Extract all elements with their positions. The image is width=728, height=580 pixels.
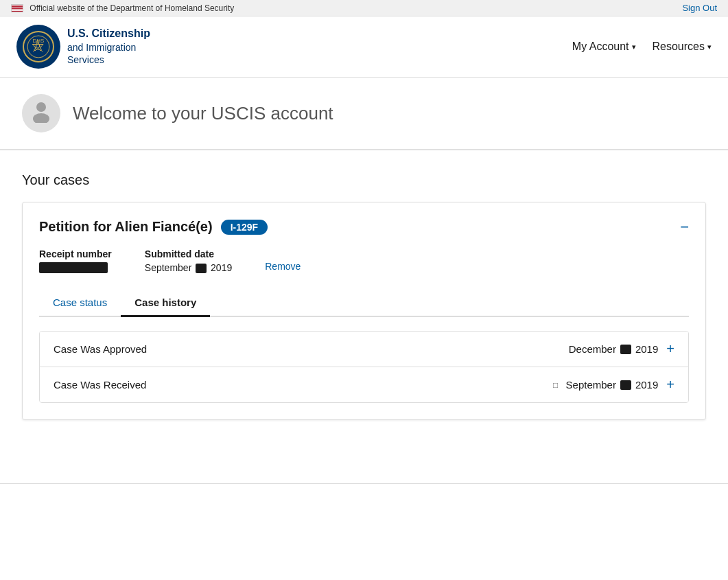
resources-label: Resources — [653, 40, 705, 53]
official-text: Official website of the Department of Ho… — [30, 3, 234, 13]
avatar — [22, 94, 60, 132]
svg-point-4 — [36, 102, 46, 112]
page-footer — [0, 483, 728, 511]
collapse-button[interactable]: − — [680, 220, 689, 235]
receipt-label: Receipt number — [39, 248, 112, 259]
agency-seal: ⛤ DHS — [16, 25, 60, 69]
my-account-chevron-icon: ▾ — [632, 43, 636, 51]
agency-name-line2: and Immigration — [67, 41, 150, 54]
agency-name-line3: Services — [67, 54, 150, 66]
history-expand-1[interactable]: + — [666, 341, 674, 357]
case-card-header: Petition for Alien Fiancé(e) I-129F − — [39, 219, 689, 235]
tab-case-status[interactable]: Case status — [39, 290, 121, 317]
svg-text:DHS: DHS — [33, 38, 45, 44]
my-account-nav[interactable]: My Account ▾ — [572, 40, 636, 53]
tab-case-history[interactable]: Case history — [121, 290, 210, 317]
submitted-date-value: September 2019 — [145, 262, 232, 273]
agency-name-text: U.S. Citizenship and Immigration Service… — [67, 27, 150, 66]
history-table: Case Was Approved December 2019 + Case W… — [39, 331, 689, 403]
receipt-number-group: Receipt number — [39, 248, 112, 273]
us-flag-icon — [11, 4, 23, 12]
history-middle-2: □ — [545, 380, 566, 390]
official-text-area: Official website of the Department of Ho… — [11, 3, 234, 13]
form-badge: I-129F — [221, 220, 268, 235]
user-avatar-icon — [29, 98, 54, 128]
logo-area: ⛤ DHS U.S. Citizenship and Immigration S… — [16, 25, 150, 69]
main-nav: My Account ▾ Resources ▾ — [572, 40, 712, 53]
dhs-seal-svg: ⛤ DHS — [22, 30, 55, 63]
resources-nav[interactable]: Resources ▾ — [653, 40, 712, 53]
submitted-date-group: Submitted date September 2019 — [145, 248, 232, 273]
welcome-heading: Welcome to your USCIS account — [73, 103, 333, 124]
history-date-1: December 2019 — [569, 343, 659, 355]
table-row: Case Was Received □ September 2019 + — [40, 367, 688, 402]
date-redact-1 — [620, 345, 631, 354]
top-bar: Official website of the Department of Ho… — [0, 0, 728, 16]
submitted-label: Submitted date — [145, 248, 232, 259]
welcome-banner: Welcome to your USCIS account — [0, 78, 728, 150]
case-title-area: Petition for Alien Fiancé(e) I-129F — [39, 219, 268, 235]
date-redact-2 — [620, 380, 631, 390]
resources-chevron-icon: ▾ — [707, 43, 712, 51]
case-meta: Receipt number Submitted date September … — [39, 248, 689, 273]
agency-name-line1: U.S. Citizenship — [67, 27, 150, 41]
history-expand-2[interactable]: + — [666, 377, 674, 393]
main-content: Your cases Petition for Alien Fiancé(e) … — [0, 150, 728, 442]
my-account-label: My Account — [572, 40, 629, 53]
case-card: Petition for Alien Fiancé(e) I-129F − Re… — [22, 202, 706, 420]
table-row: Case Was Approved December 2019 + — [40, 332, 688, 367]
your-cases-heading: Your cases — [22, 172, 706, 188]
remove-link[interactable]: Remove — [265, 248, 301, 272]
receipt-number-value — [39, 262, 108, 273]
case-title: Petition for Alien Fiancé(e) — [39, 219, 213, 235]
case-tabs: Case status Case history — [39, 290, 689, 317]
svg-point-5 — [33, 113, 49, 123]
history-status-2: Case Was Received — [54, 379, 545, 391]
sign-out-link[interactable]: Sign Out — [682, 3, 717, 13]
case-history-panel: Case Was Approved December 2019 + Case W… — [39, 317, 689, 403]
history-date-2: September 2019 — [566, 379, 659, 391]
date-redacted — [196, 264, 207, 273]
history-status-1: Case Was Approved — [54, 343, 548, 355]
site-header: ⛤ DHS U.S. Citizenship and Immigration S… — [0, 16, 728, 78]
